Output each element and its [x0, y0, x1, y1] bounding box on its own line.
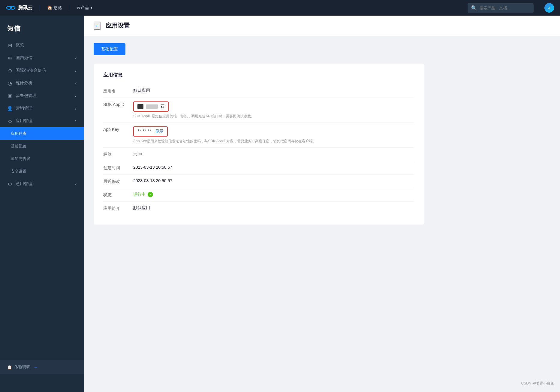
value-app-key: ****** 显示 App Key是用来校验短信发送合法性的密码，与SDK Ap… [133, 126, 414, 144]
app-key-box: ****** 显示 [133, 126, 168, 137]
logo-text: 腾讯云 [18, 5, 32, 11]
value-created-at: 2023-03-13 20:50:57 [133, 165, 414, 170]
value-description: 默认应用 [133, 205, 414, 211]
sidebar-item-overview[interactable]: ⊞ 概览 [0, 39, 84, 52]
chevron-down-icon: ∨ [74, 94, 77, 98]
sidebar: 短信 ⊞ 概览 ✉ 国内短信 ∨ ⊙ 国际/港澳台短信 ∨ ◔ 统计分析 ∨ ▣… [0, 16, 84, 392]
international-icon: ⊙ [7, 68, 13, 73]
package-icon: ▣ [7, 93, 13, 98]
edit-icon[interactable]: ✏ [139, 152, 143, 156]
sdk-appid-hint: SDK AppID是短信应用的唯一标识，调用短信API接口时，需要提供该参数。 [133, 113, 414, 119]
tab-bar: 基础配置 [94, 43, 550, 55]
row-app-name: 应用名 默认应用 [103, 84, 414, 98]
marketing-icon: 👤 [7, 106, 13, 111]
sidebar-item-marketing[interactable]: 👤 营销管理 ∨ [0, 102, 84, 115]
label-tag: 标签 [103, 151, 133, 157]
row-app-key: App Key ****** 显示 App Key是用来校验短信发送合法性的密码… [103, 123, 414, 148]
status-running: 运行中 [133, 192, 414, 197]
watermark: CSDN @姜香小白兔 [521, 381, 554, 386]
sidebar-item-app-list[interactable]: 应用列表 [0, 127, 84, 140]
sidebar-item-notification[interactable]: 通知与告警 [0, 152, 84, 165]
status-running-icon [148, 192, 153, 197]
logo-icon [6, 3, 16, 13]
label-updated-at: 最近修改 [103, 178, 133, 184]
top-navigation: 腾讯云 🏠 总览 云产品 ▾ 🔍 J [0, 0, 560, 16]
chevron-down-icon: ∨ [74, 81, 77, 85]
search-bar[interactable]: 🔍 [468, 3, 534, 13]
sdk-appid-redacted-block [137, 104, 143, 109]
label-status: 状态 [103, 192, 133, 198]
search-input[interactable] [480, 6, 528, 10]
info-card: 应用信息 应用名 默认应用 SDK AppID 石 SDK [94, 64, 424, 225]
chevron-up-icon: ∧ [74, 119, 77, 123]
sdk-appid-suffix: 石 [160, 104, 164, 109]
content-body: 基础配置 应用信息 应用名 默认应用 SDK AppID [84, 36, 560, 232]
label-description: 应用简介 [103, 205, 133, 211]
sidebar-item-basic-config[interactable]: 基础配置 [0, 140, 84, 152]
row-sdk-appid: SDK AppID 石 SDK AppID是短信应用的唯一标识，调用短信API接… [103, 98, 414, 123]
sdk-appid-box: 石 [133, 101, 169, 112]
value-status: 运行中 [133, 192, 414, 197]
search-icon: 🔍 [471, 5, 477, 11]
label-app-name: 应用名 [103, 88, 133, 94]
tag-container: 无 ✏ [133, 151, 414, 157]
value-updated-at: 2023-03-13 20:50:57 [133, 178, 414, 183]
nav-cloud-products[interactable]: 云产品 ▾ [77, 5, 92, 11]
chevron-down-icon: ∨ [74, 107, 77, 110]
page-title: 应用设置 [106, 22, 130, 30]
app-key-stars: ****** [137, 129, 152, 134]
back-button[interactable]: ← [94, 22, 101, 30]
show-app-key-button[interactable]: 显示 [155, 129, 164, 134]
main-content: ← 应用设置 基础配置 应用信息 应用名 默认应用 SDK AppID [84, 16, 560, 392]
experience-icon: 📋 [7, 365, 12, 369]
general-icon: ⚙ [7, 181, 13, 187]
avatar[interactable]: J [544, 3, 554, 13]
home-icon: 🏠 [47, 5, 52, 10]
sidebar-item-stats[interactable]: ◔ 统计分析 ∨ [0, 77, 84, 89]
nav-divider2 [69, 5, 69, 11]
overview-icon: ⊞ [7, 43, 13, 48]
main-layout: 短信 ⊞ 概览 ✉ 国内短信 ∨ ⊙ 国际/港澳台短信 ∨ ◔ 统计分析 ∨ ▣… [0, 16, 560, 392]
domestic-icon: ✉ [7, 55, 13, 61]
section-title: 应用信息 [103, 72, 414, 78]
sidebar-experience[interactable]: 📋 体验调研 → [0, 360, 84, 374]
row-updated-at: 最近修改 2023-03-13 20:50:57 [103, 175, 414, 188]
sidebar-item-international[interactable]: ⊙ 国际/港澳台短信 ∨ [0, 64, 84, 77]
label-created-at: 创建时间 [103, 165, 133, 171]
value-tag: 无 ✏ [133, 151, 414, 157]
logo[interactable]: 腾讯云 [6, 3, 32, 13]
svg-point-1 [10, 6, 15, 9]
tab-basic-config[interactable]: 基础配置 [94, 43, 125, 55]
label-sdk-appid: SDK AppID [103, 101, 133, 107]
chevron-down-icon: ∨ [74, 69, 77, 73]
row-created-at: 创建时间 2023-03-13 20:50:57 [103, 161, 414, 175]
chevron-down-icon: ∨ [74, 182, 77, 186]
row-tag: 标签 无 ✏ [103, 148, 414, 161]
chevron-down-icon: ∨ [74, 56, 77, 60]
sidebar-item-domestic[interactable]: ✉ 国内短信 ∨ [0, 52, 84, 64]
sidebar-item-security[interactable]: 安全设置 [0, 165, 84, 178]
value-sdk-appid: 石 SDK AppID是短信应用的唯一标识，调用短信API接口时，需要提供该参数… [133, 101, 414, 119]
sidebar-item-package[interactable]: ▣ 套餐包管理 ∨ [0, 89, 84, 102]
page-header: ← 应用设置 [84, 16, 560, 36]
sidebar-title: 短信 [0, 16, 84, 39]
nav-divider [40, 5, 40, 11]
row-status: 状态 运行中 [103, 188, 414, 202]
sidebar-item-general[interactable]: ⚙ 通用管理 ∨ [0, 178, 84, 190]
nav-overview[interactable]: 🏠 总览 [47, 5, 62, 11]
value-app-name: 默认应用 [133, 88, 414, 93]
stats-icon: ◔ [7, 80, 13, 86]
app-key-hint: App Key是用来校验短信发送合法性的密码，与SDK AppID对应，需要业务… [133, 138, 414, 144]
row-description: 应用简介 默认应用 [103, 202, 414, 215]
experience-arrow-icon: → [34, 365, 38, 369]
sidebar-item-app-mgmt[interactable]: ◇ 应用管理 ∧ [0, 115, 84, 127]
sdk-appid-redacted-block2 [146, 104, 158, 109]
app-mgmt-icon: ◇ [7, 118, 13, 124]
label-app-key: App Key [103, 126, 133, 132]
